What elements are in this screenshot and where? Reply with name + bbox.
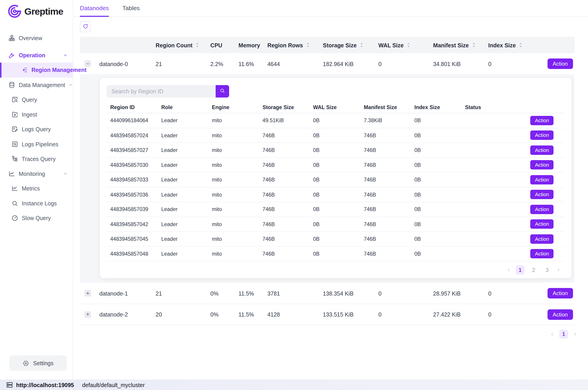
datanode-action-button[interactable]: Action [547, 309, 573, 320]
region-row-4483945857045: 4483945857045Leadermito746B0B746B0BActio… [106, 232, 565, 247]
chevron-up-icon[interactable] [63, 171, 68, 176]
region-cell-3: 49.51KiB [259, 117, 310, 124]
region-column-header-5: Manifest Size [360, 104, 411, 110]
tab-datanodes[interactable]: Datanodes [80, 0, 109, 17]
region-action-button[interactable]: Action [531, 205, 553, 214]
sidebar-item-overview[interactable]: Overview [0, 31, 73, 46]
sort-icon[interactable] [519, 42, 523, 48]
cluster-name[interactable]: default/default_mycluster [82, 382, 145, 388]
chart-line-icon [8, 170, 16, 177]
region-search-input[interactable] [106, 85, 216, 98]
region-cell-3: 746B [259, 162, 310, 168]
sidebar-item-logs-query[interactable]: Logs Query [0, 122, 73, 137]
search-button[interactable] [216, 85, 229, 98]
cell-region-rows: 3781 [262, 290, 317, 296]
region-action-button[interactable]: Action [531, 175, 553, 184]
cell-cpu: 0% [205, 290, 233, 296]
region-cell-2: mito [208, 147, 259, 153]
sidebar-item-logs-pipelines[interactable]: Logs Pipelines [0, 137, 73, 151]
region-cell-0: 4483945857048 [106, 251, 157, 257]
regions-next-page-button[interactable] [556, 267, 561, 272]
sort-icon[interactable] [406, 42, 411, 48]
cell-region-count: 21 [150, 290, 205, 296]
sidebar-item-ingest[interactable]: Ingest [0, 107, 73, 122]
collapse-row-button[interactable]: − [84, 60, 91, 67]
status-bar: http://localhost:19095 default/default_m… [0, 379, 588, 390]
cell-storage-size: 138.354 KiB [317, 290, 373, 296]
region-cell-3: 746B [259, 177, 310, 183]
cell-manifest-size: 34.801 KiB [428, 61, 483, 67]
region-cell-6: 0B [411, 206, 461, 212]
region-row-4483945857039: 4483945857039Leadermito746B0B746B0BActio… [106, 202, 565, 217]
cell-wal-size: 0 [373, 61, 428, 67]
tab-tables[interactable]: Tables [122, 0, 140, 17]
sidebar-item-label: Operation [19, 52, 45, 58]
region-cell-6: 0B [411, 117, 461, 124]
column-header-memory: Memory [233, 42, 262, 48]
region-action-button[interactable]: Action [531, 219, 553, 229]
datanode-row-datanode-0: −datanode-0212.2%11.6%4644182.964 KiB034… [80, 53, 575, 74]
region-cell-2: mito [208, 162, 259, 168]
region-cell-0: 4483945857036 [106, 192, 157, 198]
action-cell: Action [538, 288, 575, 298]
wrench-icon [8, 52, 16, 59]
region-cell-1: Leader [158, 192, 208, 198]
cell-region-count: 20 [150, 311, 205, 318]
datanode-action-button[interactable]: Action [547, 288, 573, 298]
datanodes-next-page-button[interactable] [573, 332, 578, 337]
chevron-up-icon[interactable] [63, 53, 68, 58]
region-cell-5: 746B [360, 162, 411, 168]
region-cell-2: mito [208, 192, 259, 198]
cell-region-rows: 4128 [262, 311, 317, 318]
sidebar-item-slow-query[interactable]: Slow Query [0, 211, 73, 226]
sidebar-item-query[interactable]: Query [0, 92, 73, 107]
sidebar-item-monitoring[interactable]: Monitoring [0, 166, 73, 181]
sidebar-item-instance-logs[interactable]: Instance Logs [0, 196, 73, 211]
regions-prev-page-button[interactable] [506, 267, 511, 272]
cell-cpu: 2.2% [205, 61, 233, 67]
sort-icon[interactable] [196, 42, 199, 48]
expand-row-button[interactable]: + [84, 290, 91, 297]
column-header-region-rows: Region Rows [262, 42, 317, 48]
sidebar-item-data-management[interactable]: Data Management [0, 77, 73, 92]
sort-icon[interactable] [472, 42, 476, 48]
region-cell-4: 0B [309, 162, 360, 168]
datanode-action-button[interactable]: Action [547, 58, 573, 69]
region-action-button[interactable]: Action [531, 234, 553, 244]
settings-button[interactable]: Settings [9, 355, 67, 371]
regions-page-2[interactable]: 2 [529, 265, 538, 274]
endpoint-address[interactable]: http://localhost:19095 [16, 382, 74, 388]
region-action-button[interactable]: Action [531, 249, 553, 259]
regions-page-1[interactable]: 1 [516, 265, 525, 274]
cell-memory: 11.5% [233, 311, 262, 318]
region-action-button[interactable]: Action [531, 146, 553, 155]
regions-page-3[interactable]: 3 [543, 265, 552, 274]
sidebar-item-operation[interactable]: Operation [0, 48, 73, 63]
cell-memory: 11.6% [233, 61, 262, 67]
region-cell-6: 0B [411, 162, 461, 168]
database-icon [8, 81, 16, 89]
sidebar-item-metrics[interactable]: Metrics [0, 181, 73, 196]
region-row-4440996184064: 4440996184064Leadermito49.51KiB0B7.38KiB… [106, 113, 565, 128]
sidebar-item-traces-query[interactable]: Traces Query [0, 151, 73, 166]
sidebar-item-label: Logs Query [22, 126, 51, 132]
region-action-button[interactable]: Action [531, 160, 553, 170]
expand-row-button[interactable]: + [84, 311, 91, 318]
sort-icon[interactable] [360, 42, 364, 48]
chevron-up-icon[interactable] [68, 83, 73, 88]
column-label: CPU [210, 42, 222, 48]
region-row-4483945857024: 4483945857024Leadermito746B0B746B0BActio… [106, 128, 565, 143]
refresh-button[interactable] [80, 21, 91, 32]
region-action-button[interactable]: Action [531, 190, 553, 199]
region-action-button[interactable]: Action [531, 131, 553, 140]
region-cell-5: 746B [360, 147, 411, 153]
sort-icon[interactable] [306, 42, 310, 48]
region-action-button[interactable]: Action [531, 116, 553, 125]
tab-bar: DatanodesTables [74, 0, 588, 17]
sidebar-item-label: Monitoring [19, 170, 45, 177]
datanodes-page-1[interactable]: 1 [559, 330, 568, 339]
sidebar-item-region-management[interactable]: Region Management [0, 63, 73, 78]
column-header-region-count: Region Count [150, 42, 205, 48]
region-cell-4: 0B [309, 221, 360, 227]
datanodes-prev-page-button[interactable] [550, 332, 555, 337]
